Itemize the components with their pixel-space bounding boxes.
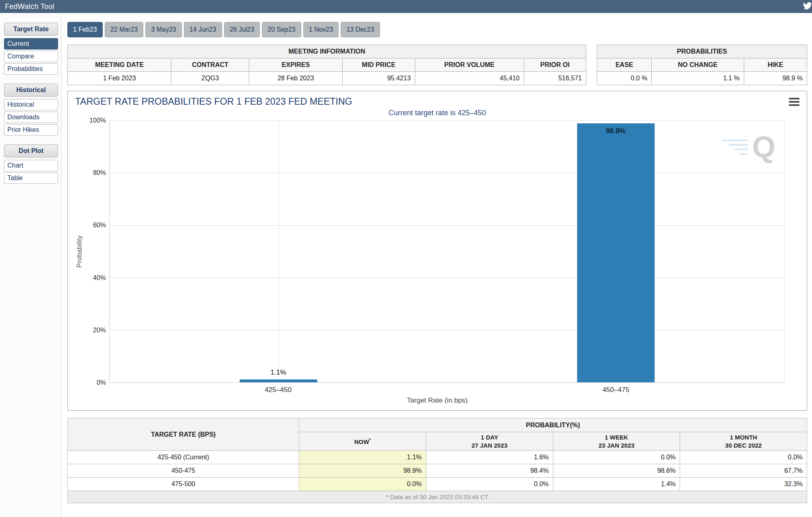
prior-oi-value: 516,571: [524, 72, 586, 85]
one-month-value-cell: 67.7%: [680, 464, 807, 478]
one-month-value-cell: 32.3%: [680, 478, 807, 491]
bar-value-label: 1.1%: [270, 368, 286, 377]
sidebar-header-target-rate: Target Rate: [4, 23, 58, 36]
gridline: [110, 278, 784, 278]
now-column-header: NOW*: [299, 432, 426, 451]
sidebar-item-compare[interactable]: Compare: [4, 51, 58, 62]
sidebar-header-dot-plot: Dot Plot: [4, 144, 58, 157]
probability-bar-425-450[interactable]: [240, 379, 317, 382]
tab-1-nov23[interactable]: 1 Nov23: [303, 22, 339, 37]
probability-bar-450-475[interactable]: 98.9%: [577, 123, 654, 382]
x-axis-title: Target Rate (in bps): [73, 395, 801, 407]
prior-volume-value: 45,410: [415, 72, 524, 85]
expires-value: 28 Feb 2023: [249, 72, 342, 85]
chart-subtitle: Current target rate is 425–450: [73, 109, 801, 117]
table-row: 450-475 98.9% 98.4% 98.6% 67.7%: [68, 464, 807, 478]
y-tick-60: 60%: [93, 222, 106, 229]
meeting-date-header: MEETING DATE: [68, 58, 171, 72]
tab-1-feb23[interactable]: 1 Feb23: [67, 22, 103, 37]
sidebar: Target Rate Current Compare Probabilitie…: [0, 13, 62, 517]
sidebar-section-historical: Historical Historical Downloads Prior Hi…: [4, 84, 58, 136]
one-week-value-cell: 98.6%: [553, 464, 680, 478]
one-week-column-header: 1 WEEK 23 JAN 2023: [553, 432, 680, 451]
sidebar-item-downloads[interactable]: Downloads: [4, 112, 58, 123]
table-row: 425-450 (Current) 1.1% 1.6% 0.0% 0.0%: [68, 451, 807, 464]
bar-slot-450-475: 98.9%: [577, 121, 654, 382]
tab-13-dec23[interactable]: 13 Dec23: [341, 22, 380, 37]
quikstrike-watermark: Q: [722, 132, 775, 162]
rate-cell: 450-475: [68, 464, 299, 478]
meeting-information-title: MEETING INFORMATION: [68, 45, 586, 58]
main-content: 1 Feb23 22 Mar23 3 May23 14 Jun23 26 Jul…: [62, 13, 812, 517]
sidebar-item-probabilities[interactable]: Probabilities: [4, 63, 58, 75]
one-day-value-cell: 1.6%: [426, 451, 553, 464]
now-value-cell: 98.9%: [299, 464, 426, 478]
one-week-value-cell: 0.0%: [553, 451, 680, 464]
bar-value-label: 98.9%: [577, 127, 654, 135]
fedwatch-page: FedWatch Tool Target Rate Current Compar…: [0, 0, 812, 517]
sidebar-item-current[interactable]: Current: [4, 38, 58, 50]
quikstrike-q-logo: Q: [752, 132, 775, 162]
tab-26-jul23[interactable]: 26 Jul23: [224, 22, 260, 37]
twitter-icon[interactable]: [802, 2, 812, 11]
app-title: FedWatch Tool: [5, 2, 54, 11]
sidebar-item-chart[interactable]: Chart: [4, 160, 58, 171]
prior-oi-header: PRIOR OI: [524, 58, 586, 72]
no-change-value: 1.1 %: [652, 72, 744, 85]
mid-price-header: MID PRICE: [342, 58, 415, 72]
one-week-value-cell: 1.4%: [553, 478, 680, 491]
expires-header: EXPIRES: [249, 58, 342, 72]
tab-14-jun23[interactable]: 14 Jun23: [184, 22, 222, 37]
one-day-column-header: 1 DAY 27 JAN 2023: [426, 432, 553, 451]
gridline: [110, 330, 784, 330]
probability-group-header: PROBABILITY(%): [299, 418, 807, 432]
x-category-425-450: 425–450: [265, 386, 292, 394]
contract-header: CONTRACT: [171, 58, 249, 72]
probabilities-title: PROBABILITIES: [597, 45, 807, 58]
x-axis-categories: 425–450 450–475: [109, 383, 785, 395]
sidebar-item-table[interactable]: Table: [4, 172, 58, 184]
sidebar-item-historical[interactable]: Historical: [4, 99, 58, 110]
tab-22-mar23[interactable]: 22 Mar23: [105, 22, 144, 37]
table-row: 475-500 0.0% 0.0% 1.4% 32.3%: [68, 478, 807, 491]
ease-header: EASE: [597, 58, 652, 72]
y-tick-40: 40%: [93, 274, 106, 282]
now-value-cell: 0.0%: [299, 478, 426, 491]
y-axis-title: Probability: [73, 121, 86, 383]
rate-cell: 475-500: [68, 478, 299, 491]
plot-row: Probability 100% 80% 60% 40% 20% 0%: [73, 121, 785, 383]
sidebar-section-dot-plot: Dot Plot Chart Table: [4, 144, 58, 184]
meeting-date-tabs: 1 Feb23 22 Mar23 3 May23 14 Jun23 26 Jul…: [67, 22, 807, 37]
one-day-value-cell: 98.4%: [426, 464, 553, 478]
chart-context-menu-icon[interactable]: [789, 98, 799, 106]
probability-history-table: TARGET RATE (BPS) PROBABILITY(%) NOW* 1 …: [67, 418, 807, 503]
data-as-of-footnote: * Data as of 30 Jan 2023 03:33:46 CT: [68, 491, 807, 503]
y-tick-80: 80%: [93, 169, 106, 177]
target-rate-probabilities-chart: TARGET RATE PROBABILITIES FOR 1 FEB 2023…: [67, 91, 807, 411]
info-row: MEETING INFORMATION MEETING DATE CONTRAC…: [67, 45, 807, 85]
now-asterisk: *: [369, 437, 371, 442]
rate-cell: 425-450 (Current): [68, 451, 299, 464]
gridline: [110, 173, 784, 173]
sidebar-section-target-rate: Target Rate Current Compare Probabilitie…: [4, 23, 58, 75]
one-day-value-cell: 0.0%: [426, 478, 553, 491]
table-footnote-row: * Data as of 30 Jan 2023 03:33:46 CT: [68, 491, 807, 503]
y-tick-0: 0%: [97, 379, 106, 386]
target-rate-bps-header: TARGET RATE (BPS): [68, 418, 299, 451]
sidebar-header-historical: Historical: [4, 84, 58, 97]
y-tick-100: 100%: [89, 117, 106, 124]
sidebar-item-prior-hikes[interactable]: Prior Hikes: [4, 124, 58, 136]
y-axis-ticks: 100% 80% 60% 40% 20% 0%: [86, 121, 109, 383]
probability-history-section: TARGET RATE (BPS) PROBABILITY(%) NOW* 1 …: [67, 418, 807, 503]
plot-area: Q 1.1% 98.9%: [109, 121, 785, 383]
meeting-date-value: 1 Feb 2023: [68, 72, 171, 85]
contract-value: ZQG3: [171, 72, 249, 85]
gridline: [110, 225, 784, 226]
x-category-450-475: 450–475: [603, 386, 629, 394]
tab-3-may23[interactable]: 3 May23: [145, 22, 181, 37]
y-tick-20: 20%: [93, 327, 106, 334]
mid-price-value: 95.4213: [342, 72, 415, 85]
prior-volume-header: PRIOR VOLUME: [415, 58, 524, 72]
tab-20-sep23[interactable]: 20 Sep23: [262, 22, 301, 37]
bar-slot-425-450: 1.1%: [240, 121, 317, 382]
